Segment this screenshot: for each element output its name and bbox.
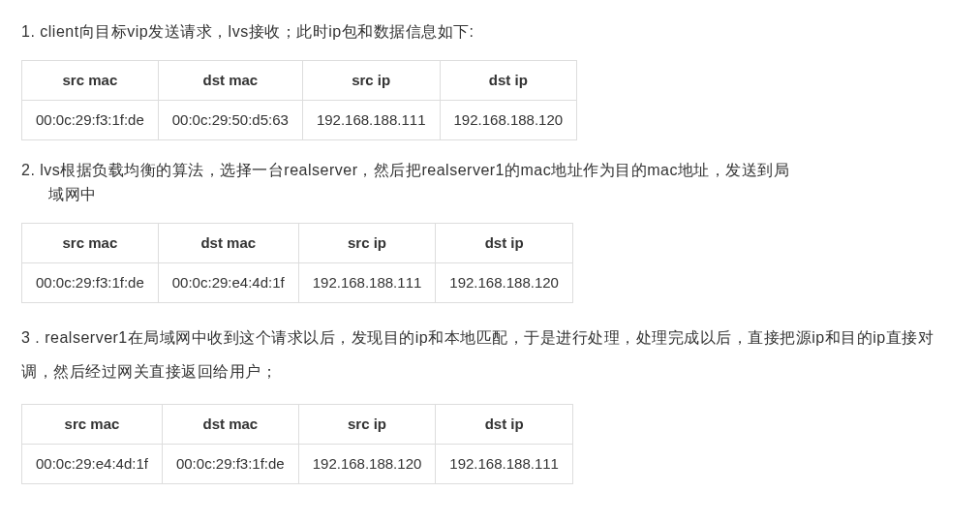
th-dst-ip: dst ip bbox=[436, 223, 573, 262]
th-src-mac: src mac bbox=[22, 223, 159, 262]
td-src-mac: 00:0c:29:e4:4d:1f bbox=[22, 445, 163, 484]
step-1-line1: 1. client向目标vip发送请求，lvs接收；此时ip包和数据信息如下: bbox=[21, 23, 475, 40]
table-3-data-row: 00:0c:29:e4:4d:1f 00:0c:29:f3:1f:de 192.… bbox=[22, 445, 573, 484]
td-dst-mac: 00:0c:29:f3:1f:de bbox=[162, 445, 298, 484]
td-src-mac: 00:0c:29:f3:1f:de bbox=[22, 100, 159, 139]
th-src-ip: src ip bbox=[298, 223, 436, 262]
table-2-data-row: 00:0c:29:f3:1f:de 00:0c:29:e4:4d:1f 192.… bbox=[22, 262, 573, 302]
table-3-header-row: src mac dst mac src ip dst ip bbox=[22, 405, 573, 445]
td-dst-mac: 00:0c:29:e4:4d:1f bbox=[158, 262, 298, 302]
th-dst-ip: dst ip bbox=[436, 405, 573, 445]
td-dst-ip: 192.168.188.120 bbox=[436, 262, 573, 302]
table-3: src mac dst mac src ip dst ip 00:0c:29:e… bbox=[21, 404, 573, 484]
step-2-line1: 2. lvs根据负载均衡的算法，选择一台realserver，然后把realse… bbox=[21, 162, 789, 178]
th-dst-ip: dst ip bbox=[440, 60, 577, 100]
step-2-line2: 域网中 bbox=[21, 182, 959, 207]
step-3: 3 . realserver1在局域网中收到这个请求以后，发现目的ip和本地匹配… bbox=[21, 321, 959, 484]
step-3-text: 3 . realserver1在局域网中收到这个请求以后，发现目的ip和本地匹配… bbox=[21, 321, 959, 388]
th-src-ip: src ip bbox=[302, 60, 440, 100]
table-1-data-row: 00:0c:29:f3:1f:de 00:0c:29:50:d5:63 192.… bbox=[22, 100, 577, 139]
td-dst-ip: 192.168.188.111 bbox=[436, 445, 573, 484]
th-src-mac: src mac bbox=[22, 405, 163, 445]
table-2: src mac dst mac src ip dst ip 00:0c:29:f… bbox=[21, 223, 573, 303]
table-2-header-row: src mac dst mac src ip dst ip bbox=[22, 223, 573, 262]
th-src-mac: src mac bbox=[22, 60, 159, 100]
step-1-text: 1. client向目标vip发送请求，lvs接收；此时ip包和数据信息如下: bbox=[21, 19, 959, 45]
td-src-mac: 00:0c:29:f3:1f:de bbox=[22, 262, 159, 302]
th-src-ip: src ip bbox=[298, 405, 436, 445]
th-dst-mac: dst mac bbox=[158, 60, 302, 100]
step-2-text: 2. lvs根据负载均衡的算法，选择一台realserver，然后把realse… bbox=[21, 158, 959, 207]
step-1: 1. client向目标vip发送请求，lvs接收；此时ip包和数据信息如下: … bbox=[21, 19, 959, 140]
td-src-ip: 192.168.188.111 bbox=[302, 100, 440, 139]
th-dst-mac: dst mac bbox=[162, 405, 298, 445]
step-2: 2. lvs根据负载均衡的算法，选择一台realserver，然后把realse… bbox=[21, 158, 959, 303]
td-dst-mac: 00:0c:29:50:d5:63 bbox=[158, 100, 302, 139]
td-src-ip: 192.168.188.120 bbox=[298, 445, 436, 484]
td-dst-ip: 192.168.188.120 bbox=[440, 100, 577, 139]
th-dst-mac: dst mac bbox=[158, 223, 298, 262]
table-1-header-row: src mac dst mac src ip dst ip bbox=[22, 60, 577, 100]
table-1: src mac dst mac src ip dst ip 00:0c:29:f… bbox=[21, 60, 577, 140]
td-src-ip: 192.168.188.111 bbox=[298, 262, 436, 302]
step-3-line1: 3 . realserver1在局域网中收到这个请求以后，发现目的ip和本地匹配… bbox=[21, 329, 934, 380]
